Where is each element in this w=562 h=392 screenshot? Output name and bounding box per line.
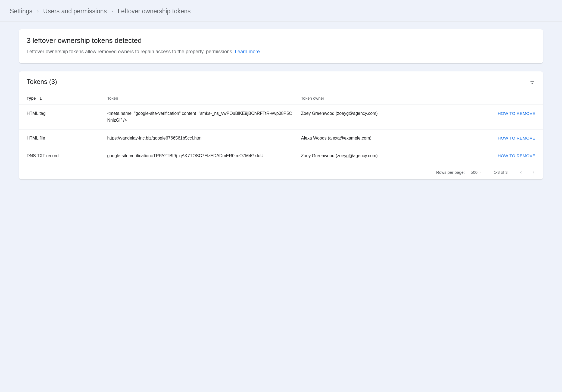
cell-type: HTML tag	[19, 105, 103, 129]
arrow-down-icon	[39, 96, 43, 101]
prev-page-button[interactable]	[519, 170, 523, 174]
chevron-right-icon	[36, 10, 39, 13]
cell-owner: Alexa Woods (alexa@example.com)	[297, 129, 449, 147]
how-to-remove-button[interactable]: HOW TO REMOVE	[498, 153, 535, 158]
pagination: Rows per page: 500 1-3 of 3	[19, 165, 543, 179]
cell-token: https://vandelay-inc.biz/google6766561b5…	[103, 129, 296, 147]
table-row: HTML file https://vandelay-inc.biz/googl…	[19, 129, 543, 147]
table-row: HTML tag <meta name="google-site-verific…	[19, 105, 543, 129]
breadcrumb-item-current: Leftover ownership tokens	[118, 8, 191, 15]
breadcrumb-item-settings[interactable]: Settings	[10, 8, 32, 15]
table-row: DNS TXT record google-site-verification=…	[19, 147, 543, 165]
info-description-text: Leftover ownership tokens allow removed …	[27, 49, 235, 54]
chevron-right-icon	[111, 10, 114, 13]
cell-owner: Zoey Greenwood (zoeyg@agency.com)	[297, 105, 449, 129]
table-header: Tokens (3)	[19, 71, 543, 92]
column-header-type-label: Type	[27, 96, 36, 100]
how-to-remove-button[interactable]: HOW TO REMOVE	[498, 111, 535, 116]
content-area: 3 leftover ownership tokens detected Lef…	[0, 22, 562, 198]
learn-more-link[interactable]: Learn more	[235, 49, 260, 54]
caret-down-icon	[479, 170, 482, 175]
cell-type: HTML file	[19, 129, 103, 147]
cell-token: google-site-verification=TPPA2TBf9j_qAK7…	[103, 147, 296, 165]
breadcrumb-item-users-permissions[interactable]: Users and permissions	[43, 8, 107, 15]
rows-per-page-value: 500	[471, 170, 477, 175]
info-card: 3 leftover ownership tokens detected Lef…	[19, 29, 543, 63]
tokens-table: Type Token Token owner HTML tag <meta n	[19, 92, 543, 165]
pagination-range: 1-3 of 3	[494, 170, 508, 175]
how-to-remove-button[interactable]: HOW TO REMOVE	[498, 136, 535, 140]
filter-icon[interactable]	[529, 78, 535, 85]
cell-owner: Zoey Greenwood (zoeyg@agency.com)	[297, 147, 449, 165]
column-header-owner[interactable]: Token owner	[297, 92, 449, 105]
table-header-row: Type Token Token owner	[19, 92, 543, 105]
page-container: Settings Users and permissions Leftover …	[0, 0, 562, 392]
column-header-action	[449, 92, 543, 105]
tokens-table-card: Tokens (3) Type	[19, 71, 543, 179]
info-title: 3 leftover ownership tokens detected	[27, 36, 535, 45]
info-description: Leftover ownership tokens allow removed …	[27, 48, 535, 56]
breadcrumb: Settings Users and permissions Leftover …	[0, 0, 562, 22]
page-nav	[519, 170, 535, 174]
rows-per-page-label: Rows per page:	[436, 170, 465, 175]
rows-per-page: Rows per page: 500	[436, 170, 482, 175]
column-header-token[interactable]: Token	[103, 92, 296, 105]
rows-per-page-dropdown[interactable]: 500	[471, 170, 482, 175]
column-header-type[interactable]: Type	[19, 92, 103, 105]
next-page-button[interactable]	[532, 170, 535, 174]
cell-type: DNS TXT record	[19, 147, 103, 165]
cell-token: <meta name="google-site-verification" co…	[103, 105, 296, 129]
table-title: Tokens (3)	[27, 78, 57, 86]
